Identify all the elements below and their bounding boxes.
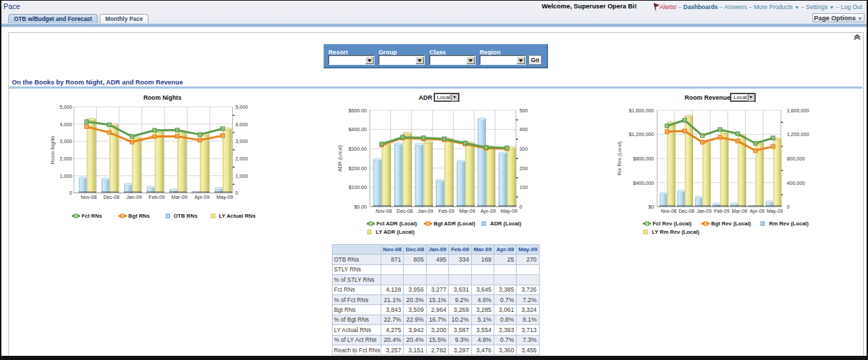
svg-text:OTB RNs: OTB RNs [174,213,198,219]
svg-text:$0: $0 [648,204,654,210]
svg-text:Room Nights: Room Nights [144,94,182,101]
svg-text:$400,000: $400,000 [633,180,654,186]
svg-text:2,000: 2,000 [60,156,73,162]
svg-text:500: 500 [519,107,528,114]
svg-text:4,000: 4,000 [60,121,73,128]
svg-text:Apr-09: Apr-09 [749,209,764,214]
svg-text:Nov-08: Nov-08 [661,209,677,213]
svg-text:Bgt Rev (Local): Bgt Rev (Local) [711,220,752,227]
svg-text:Feb-09: Feb-09 [439,208,455,214]
svg-text:Bgt ADR (Local): Bgt ADR (Local) [434,220,475,227]
svg-text:Mar-09: Mar-09 [172,194,188,200]
svg-text:$100.00: $100.00 [349,184,367,190]
svg-text:$400.00: $400.00 [349,126,367,133]
svg-text:Feb-09: Feb-09 [714,209,729,213]
svg-text:3,000: 3,000 [60,138,73,144]
svg-text:Nov-08: Nov-08 [376,208,392,214]
svg-text:4,000: 4,000 [236,121,248,128]
svg-text:Rm Rev (Local): Rm Rev (Local) [769,220,809,227]
svg-text:LY Actual RNs: LY Actual RNs [219,213,256,219]
svg-text:1,000: 1,000 [60,173,73,179]
svg-text:$1,200,000: $1,200,000 [629,131,654,137]
svg-text:Rm Rev (Local): Rm Rev (Local) [617,142,623,176]
svg-text:Feb-09: Feb-09 [149,194,165,200]
svg-text:Jan-09: Jan-09 [126,194,142,200]
svg-text:Dec-08: Dec-08 [103,194,119,200]
svg-text:$800,000: $800,000 [633,156,654,162]
svg-text:2,000: 2,000 [236,156,248,162]
svg-text:Room Nights: Room Nights [50,135,56,164]
svg-text:$300.00: $300.00 [349,146,367,152]
svg-text:5,000: 5,000 [60,104,73,110]
svg-text:0: 0 [236,190,238,196]
svg-text:1,000: 1,000 [236,173,248,179]
svg-text:0: 0 [787,204,790,210]
svg-text:May-09: May-09 [767,209,783,214]
svg-text:200: 200 [519,165,528,172]
svg-text:$0.00: $0.00 [354,204,367,210]
svg-text:Jan-09: Jan-09 [696,209,712,213]
svg-text:Apr-09: Apr-09 [480,208,496,214]
svg-text:Fct ADR (Local): Fct ADR (Local) [376,220,418,227]
svg-text:0: 0 [70,190,73,196]
svg-text:May-09: May-09 [216,194,233,200]
svg-text:LY Rm Rev (Local): LY Rm Rev (Local) [652,229,699,235]
svg-text:Dec-08: Dec-08 [397,208,413,214]
svg-text:ADR (Local): ADR (Local) [490,220,521,227]
svg-text:Apr-09: Apr-09 [195,194,210,200]
svg-text:Fct Rev (Local): Fct Rev (Local) [653,220,692,227]
svg-text:400: 400 [519,126,528,133]
svg-text:Fct RNs: Fct RNs [82,213,102,219]
svg-text:300: 300 [519,146,528,152]
svg-text:Nov-08: Nov-08 [81,194,97,200]
svg-text:800,000: 800,000 [787,156,805,162]
svg-text:Mar-09: Mar-09 [459,208,475,214]
svg-text:$500.00: $500.00 [349,107,367,114]
svg-text:5,000: 5,000 [236,104,248,110]
svg-text:Dec-08: Dec-08 [678,209,694,213]
svg-text:100: 100 [519,184,528,190]
svg-text:3,000: 3,000 [236,138,248,144]
svg-text:Bgt RNs: Bgt RNs [128,213,150,219]
svg-text:Mar-09: Mar-09 [732,209,747,213]
svg-text:May-09: May-09 [501,208,517,214]
svg-text:$1,600,000: $1,600,000 [629,107,654,114]
svg-text:1,600,000: 1,600,000 [787,107,809,114]
svg-text:400,000: 400,000 [787,180,805,186]
svg-text:ADR (Local): ADR (Local) [337,145,343,172]
svg-text:LY ADR (Local): LY ADR (Local) [376,229,415,235]
svg-text:0: 0 [519,204,522,210]
svg-text:$200.00: $200.00 [349,165,367,172]
svg-text:1,200,000: 1,200,000 [787,131,809,137]
svg-text:Jan-09: Jan-09 [418,208,433,214]
